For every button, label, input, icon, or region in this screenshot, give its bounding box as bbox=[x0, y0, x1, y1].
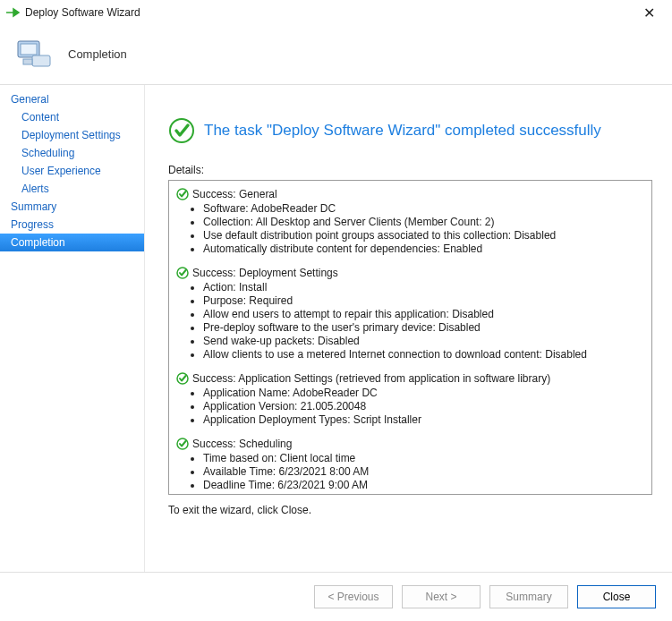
list-item: Use default distribution point groups as… bbox=[203, 229, 648, 242]
section-list: Time based on: Client local timeAvailabl… bbox=[176, 452, 648, 495]
previous-button: < Previous bbox=[314, 585, 393, 608]
section-head: Success: General bbox=[176, 188, 648, 200]
list-item: Automatically distribute content for dep… bbox=[203, 242, 648, 256]
sidebar-item-alerts[interactable]: Alerts bbox=[0, 180, 144, 198]
list-item: Pre-deploy software to the user's primar… bbox=[203, 321, 648, 335]
success-check-icon bbox=[176, 267, 189, 279]
list-item: Delayed enforcement on deployment: Disab… bbox=[203, 492, 648, 495]
list-item: Available Time: 6/23/2021 8:00 AM bbox=[203, 465, 648, 479]
success-message: The task "Deploy Software Wizard" comple… bbox=[204, 122, 601, 140]
list-item: Deadline Time: 6/23/2021 9:00 AM bbox=[203, 479, 648, 492]
close-button[interactable]: Close bbox=[577, 585, 656, 608]
list-item: Action: Install bbox=[203, 281, 648, 294]
next-button: Next > bbox=[402, 585, 481, 608]
computer-icon bbox=[13, 32, 55, 75]
sidebar-item-summary[interactable]: Summary bbox=[0, 198, 144, 216]
section-title: Success: General bbox=[192, 188, 277, 200]
wizard-body: GeneralContentDeployment SettingsSchedul… bbox=[0, 85, 672, 572]
section-list: Application Name: AdobeReader DCApplicat… bbox=[176, 387, 648, 427]
sidebar-item-content[interactable]: Content bbox=[0, 108, 144, 126]
section-head: Success: Deployment Settings bbox=[176, 267, 648, 279]
list-item: Purpose: Required bbox=[203, 294, 648, 308]
sidebar-item-deployment-settings[interactable]: Deployment Settings bbox=[0, 126, 144, 144]
wizard-window: Deploy Software Wizard ✕ Completion Gene… bbox=[0, 0, 672, 621]
section-list: Action: InstallPurpose: RequiredAllow en… bbox=[176, 281, 648, 362]
window-close-button[interactable]: ✕ bbox=[631, 4, 667, 21]
svg-rect-3 bbox=[23, 59, 32, 64]
sidebar-item-progress[interactable]: Progress bbox=[0, 216, 144, 234]
section-head: Success: Application Settings (retrieved… bbox=[176, 372, 648, 385]
details-section: Success: Deployment SettingsAction: Inst… bbox=[176, 267, 648, 362]
list-item: Collection: All Desktop and Server Clien… bbox=[203, 216, 648, 229]
list-item: Allow end users to attempt to repair thi… bbox=[203, 308, 648, 321]
success-check-icon bbox=[176, 438, 189, 450]
svg-rect-1 bbox=[21, 44, 37, 55]
section-title: Success: Scheduling bbox=[192, 438, 292, 450]
section-title: Success: Deployment Settings bbox=[192, 267, 338, 279]
list-item: Allow clients to use a metered Internet … bbox=[203, 348, 648, 362]
app-arrow-icon bbox=[5, 5, 20, 20]
exit-instruction: To exit the wizard, click Close. bbox=[168, 504, 652, 516]
svg-rect-2 bbox=[32, 55, 50, 66]
success-check-icon bbox=[176, 188, 189, 200]
list-item: Software: AdobeReader DC bbox=[203, 202, 648, 216]
success-check-icon bbox=[176, 372, 189, 385]
wizard-footer: < Previous Next > Summary Close bbox=[0, 572, 672, 621]
section-head: Success: Scheduling bbox=[176, 438, 648, 450]
details-box[interactable]: Success: GeneralSoftware: AdobeReader DC… bbox=[168, 180, 652, 495]
sidebar-item-completion[interactable]: Completion bbox=[0, 234, 144, 251]
sidebar-item-general[interactable]: General bbox=[0, 90, 144, 108]
window-title: Deploy Software Wizard bbox=[25, 6, 631, 19]
sidebar-item-scheduling[interactable]: Scheduling bbox=[0, 144, 144, 162]
success-check-icon bbox=[168, 117, 195, 144]
section-list: Software: AdobeReader DCCollection: All … bbox=[176, 202, 648, 256]
stage-title: Completion bbox=[68, 47, 127, 61]
list-item: Time based on: Client local time bbox=[203, 452, 648, 465]
section-title: Success: Application Settings (retrieved… bbox=[192, 372, 550, 385]
details-section: Success: Application Settings (retrieved… bbox=[176, 372, 648, 427]
wizard-sidebar: GeneralContentDeployment SettingsSchedul… bbox=[0, 85, 145, 572]
list-item: Application Version: 21.005.20048 bbox=[203, 400, 648, 413]
details-section: Success: GeneralSoftware: AdobeReader DC… bbox=[176, 188, 648, 256]
success-row: The task "Deploy Software Wizard" comple… bbox=[168, 117, 652, 144]
list-item: Send wake-up packets: Disabled bbox=[203, 335, 648, 348]
details-label: Details: bbox=[168, 164, 652, 176]
details-section: Success: SchedulingTime based on: Client… bbox=[176, 438, 648, 495]
list-item: Application Name: AdobeReader DC bbox=[203, 387, 648, 400]
wizard-header: Completion bbox=[0, 25, 672, 85]
sidebar-item-user-experience[interactable]: User Experience bbox=[0, 162, 144, 180]
wizard-content: The task "Deploy Software Wizard" comple… bbox=[145, 85, 672, 572]
titlebar: Deploy Software Wizard ✕ bbox=[0, 0, 672, 25]
list-item: Application Deployment Types: Script Ins… bbox=[203, 413, 648, 427]
summary-button: Summary bbox=[489, 585, 568, 608]
